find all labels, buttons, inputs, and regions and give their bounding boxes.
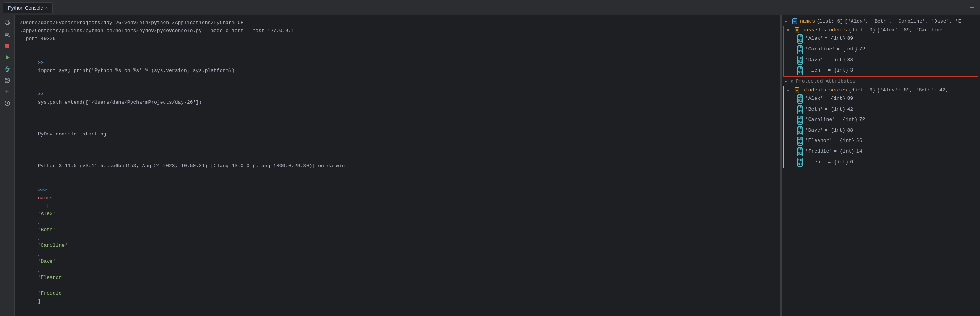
history-button[interactable] bbox=[2, 98, 13, 109]
path-extend-line: >> sys.path.extend(['/Users/dana/Pycharm… bbox=[20, 83, 774, 114]
python-version-line: Python 3.11.5 (v3.11.5:cce6ba91b3, Aug 2… bbox=[20, 155, 774, 178]
add-button[interactable]: + bbox=[2, 86, 13, 97]
run-button[interactable] bbox=[2, 52, 13, 63]
startup-path-1: /Users/dana/PycharmProjects/day-26/venv/… bbox=[20, 19, 774, 27]
blank-3 bbox=[20, 147, 774, 155]
protected-expand-icon bbox=[785, 79, 791, 84]
svg-line-4 bbox=[5, 69, 6, 69]
svg-rect-0 bbox=[5, 44, 9, 48]
python-console-tab[interactable]: Python Console × bbox=[3, 2, 53, 13]
score-beth-row[interactable]: 1001 'Beth' = {int} 42 bbox=[784, 104, 978, 115]
students-scores-section: ≡ students_scores {dict: 6} {'Alex': 89,… bbox=[783, 86, 978, 168]
passed-alex-row[interactable]: 1001 'Alex' = {int} 89 bbox=[784, 34, 978, 44]
names-type-icon: ≡ bbox=[791, 18, 798, 24]
protected-icon: ⚙ bbox=[791, 78, 793, 84]
score-caroline-row[interactable]: 1001 'Caroline' = {int} 72 bbox=[784, 115, 978, 125]
score-len-row[interactable]: 1001 __len__ = {int} 6 bbox=[784, 157, 978, 168]
console-area[interactable]: /Users/dana/PycharmProjects/day-26/venv/… bbox=[15, 15, 780, 316]
tab-bar-right: ⋮ — bbox=[961, 4, 977, 11]
main-layout: + /Users/dana/PycharmProjects/day-26/ven… bbox=[0, 15, 980, 316]
passed-caroline-row[interactable]: 1001 'Caroline' = {int} 72 bbox=[784, 44, 978, 55]
passed-students-expand-icon bbox=[787, 28, 793, 33]
svg-marker-1 bbox=[6, 55, 10, 60]
students-scores-type-icon: ≡ bbox=[793, 87, 801, 93]
import-sys-line: >> import sys; print('Python %s on %s' %… bbox=[20, 51, 774, 83]
passed-students-type: {dict: 3} bbox=[849, 27, 875, 33]
variables-panel: ≡ names {list: 6} ['Alex', 'Beth', 'Caro… bbox=[781, 15, 980, 316]
tab-title: Python Console bbox=[8, 5, 43, 11]
pydev-start-line: PyDev console: starting. bbox=[20, 122, 774, 146]
score-freddie-row[interactable]: 1001 'Freddie' = {int} 14 bbox=[784, 147, 978, 157]
settings-button[interactable] bbox=[2, 75, 13, 86]
names-cmd-line: >>> names = [ 'Alex' , 'Beth' , 'Carolin… bbox=[20, 178, 774, 314]
passed-students-type-icon: ≡ bbox=[793, 27, 801, 33]
stop-button[interactable] bbox=[2, 41, 13, 51]
names-var-value: ['Alex', 'Beth', 'Caroline', 'Dave', 'E bbox=[845, 18, 961, 24]
more-options-button[interactable]: ⋮ bbox=[961, 4, 967, 11]
students-scores-name: students_scores bbox=[802, 87, 847, 93]
names-var-name: names bbox=[800, 18, 815, 24]
protected-label: Protected Attributes bbox=[796, 78, 855, 84]
passed-students-section: ≡ passed_students {dict: 3} {'Alex': 89,… bbox=[783, 26, 978, 77]
passed-students-header[interactable]: ≡ passed_students {dict: 3} {'Alex': 89,… bbox=[784, 26, 978, 34]
startup-path-2: .app/Contents/plugins/python-ce/helpers/… bbox=[20, 27, 774, 35]
students-scores-value: {'Alex': 89, 'Beth': 42, bbox=[877, 87, 948, 93]
passed-students-value: {'Alex': 89, 'Caroline': bbox=[877, 27, 948, 33]
svg-point-2 bbox=[6, 67, 8, 68]
students-scores-header[interactable]: ≡ students_scores {dict: 6} {'Alex': 89,… bbox=[784, 86, 978, 94]
minimize-button[interactable]: — bbox=[970, 4, 974, 11]
passed-len-row[interactable]: 1001 __len__ = {int} 3 bbox=[784, 65, 978, 76]
startup-path-3: --port=49309 bbox=[20, 35, 774, 43]
students-scores-expand-icon bbox=[787, 88, 793, 93]
left-toolbar: + bbox=[0, 15, 15, 316]
protected-attrs-row[interactable]: ⚙ Protected Attributes bbox=[782, 78, 980, 85]
passed-students-name: passed_students bbox=[802, 27, 847, 33]
names-expand-icon bbox=[785, 19, 791, 24]
blank-2 bbox=[20, 115, 774, 123]
tab-bar-left: Python Console × bbox=[3, 2, 53, 13]
score-alex-row[interactable]: 1001 'Alex' = {int} 89 bbox=[784, 94, 978, 104]
names-var-row[interactable]: ≡ names {list: 6} ['Alex', 'Beth', 'Caro… bbox=[782, 18, 980, 25]
debug-button[interactable] bbox=[2, 64, 13, 74]
svg-line-5 bbox=[8, 69, 10, 69]
score-eleanor-row[interactable]: 1001 'Eleanor' = {int} 56 bbox=[784, 136, 978, 147]
names-var-type: {list: 6} bbox=[816, 18, 843, 24]
passed-dave-row[interactable]: 1001 'Dave' = {int} 88 bbox=[784, 55, 978, 66]
scroll-down-button[interactable] bbox=[2, 29, 13, 40]
restart-button[interactable] bbox=[2, 18, 13, 28]
students-scores-type: {dict: 6} bbox=[849, 87, 875, 93]
blank-1 bbox=[20, 43, 774, 51]
close-tab-button[interactable]: × bbox=[45, 5, 48, 10]
score-dave-row[interactable]: 1001 'Dave' = {int} 88 bbox=[784, 125, 978, 136]
import-random-line: >>> import random bbox=[20, 313, 774, 316]
tab-bar: Python Console × ⋮ — bbox=[0, 0, 980, 15]
